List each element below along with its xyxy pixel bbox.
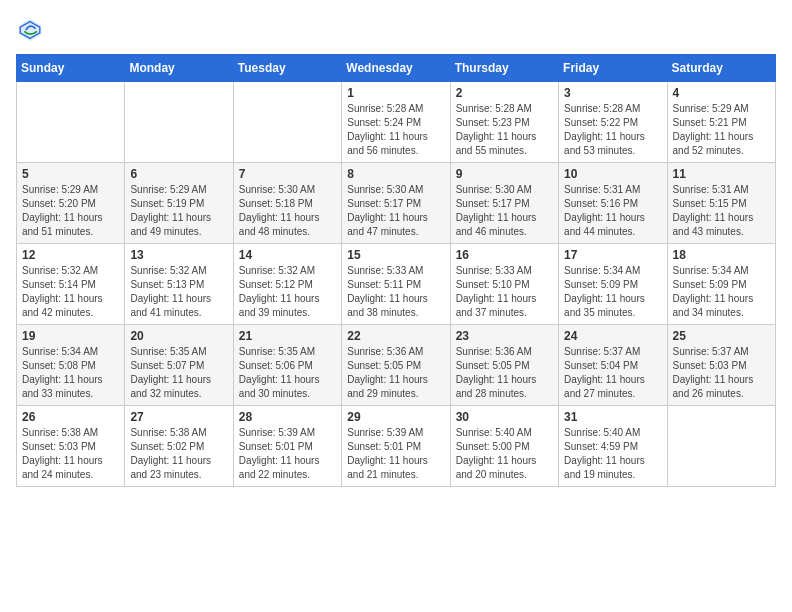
day-number: 8 <box>347 167 444 181</box>
calendar-day-cell: 14Sunrise: 5:32 AM Sunset: 5:12 PM Dayli… <box>233 244 341 325</box>
calendar-day-cell: 8Sunrise: 5:30 AM Sunset: 5:17 PM Daylig… <box>342 163 450 244</box>
calendar-day-cell: 26Sunrise: 5:38 AM Sunset: 5:03 PM Dayli… <box>17 406 125 487</box>
calendar-day-cell: 1Sunrise: 5:28 AM Sunset: 5:24 PM Daylig… <box>342 82 450 163</box>
day-info: Sunrise: 5:33 AM Sunset: 5:11 PM Dayligh… <box>347 264 444 320</box>
calendar-day-cell: 4Sunrise: 5:29 AM Sunset: 5:21 PM Daylig… <box>667 82 775 163</box>
day-info: Sunrise: 5:40 AM Sunset: 5:00 PM Dayligh… <box>456 426 553 482</box>
weekday-header-thursday: Thursday <box>450 55 558 82</box>
calendar-day-cell: 11Sunrise: 5:31 AM Sunset: 5:15 PM Dayli… <box>667 163 775 244</box>
day-number: 6 <box>130 167 227 181</box>
day-number: 7 <box>239 167 336 181</box>
day-info: Sunrise: 5:34 AM Sunset: 5:09 PM Dayligh… <box>673 264 770 320</box>
day-number: 20 <box>130 329 227 343</box>
calendar-day-cell: 15Sunrise: 5:33 AM Sunset: 5:11 PM Dayli… <box>342 244 450 325</box>
day-info: Sunrise: 5:40 AM Sunset: 4:59 PM Dayligh… <box>564 426 661 482</box>
calendar-day-cell: 24Sunrise: 5:37 AM Sunset: 5:04 PM Dayli… <box>559 325 667 406</box>
calendar-day-cell: 16Sunrise: 5:33 AM Sunset: 5:10 PM Dayli… <box>450 244 558 325</box>
logo-icon <box>16 16 44 44</box>
calendar-day-cell <box>667 406 775 487</box>
day-info: Sunrise: 5:28 AM Sunset: 5:24 PM Dayligh… <box>347 102 444 158</box>
calendar-day-cell <box>125 82 233 163</box>
day-number: 12 <box>22 248 119 262</box>
calendar-day-cell: 19Sunrise: 5:34 AM Sunset: 5:08 PM Dayli… <box>17 325 125 406</box>
day-number: 28 <box>239 410 336 424</box>
weekday-header-tuesday: Tuesday <box>233 55 341 82</box>
calendar-day-cell: 13Sunrise: 5:32 AM Sunset: 5:13 PM Dayli… <box>125 244 233 325</box>
day-info: Sunrise: 5:30 AM Sunset: 5:18 PM Dayligh… <box>239 183 336 239</box>
day-number: 30 <box>456 410 553 424</box>
day-number: 27 <box>130 410 227 424</box>
day-number: 14 <box>239 248 336 262</box>
calendar-day-cell: 30Sunrise: 5:40 AM Sunset: 5:00 PM Dayli… <box>450 406 558 487</box>
day-info: Sunrise: 5:29 AM Sunset: 5:20 PM Dayligh… <box>22 183 119 239</box>
calendar-day-cell: 18Sunrise: 5:34 AM Sunset: 5:09 PM Dayli… <box>667 244 775 325</box>
weekday-header-friday: Friday <box>559 55 667 82</box>
day-info: Sunrise: 5:38 AM Sunset: 5:03 PM Dayligh… <box>22 426 119 482</box>
day-info: Sunrise: 5:35 AM Sunset: 5:07 PM Dayligh… <box>130 345 227 401</box>
weekday-header-wednesday: Wednesday <box>342 55 450 82</box>
day-info: Sunrise: 5:29 AM Sunset: 5:19 PM Dayligh… <box>130 183 227 239</box>
day-number: 11 <box>673 167 770 181</box>
calendar-week-row: 12Sunrise: 5:32 AM Sunset: 5:14 PM Dayli… <box>17 244 776 325</box>
day-number: 1 <box>347 86 444 100</box>
calendar-day-cell: 10Sunrise: 5:31 AM Sunset: 5:16 PM Dayli… <box>559 163 667 244</box>
day-number: 29 <box>347 410 444 424</box>
day-number: 10 <box>564 167 661 181</box>
calendar-day-cell: 23Sunrise: 5:36 AM Sunset: 5:05 PM Dayli… <box>450 325 558 406</box>
calendar-table: SundayMondayTuesdayWednesdayThursdayFrid… <box>16 54 776 487</box>
calendar-day-cell: 2Sunrise: 5:28 AM Sunset: 5:23 PM Daylig… <box>450 82 558 163</box>
day-info: Sunrise: 5:30 AM Sunset: 5:17 PM Dayligh… <box>347 183 444 239</box>
calendar-week-row: 5Sunrise: 5:29 AM Sunset: 5:20 PM Daylig… <box>17 163 776 244</box>
day-number: 19 <box>22 329 119 343</box>
day-info: Sunrise: 5:33 AM Sunset: 5:10 PM Dayligh… <box>456 264 553 320</box>
day-info: Sunrise: 5:30 AM Sunset: 5:17 PM Dayligh… <box>456 183 553 239</box>
calendar-day-cell: 29Sunrise: 5:39 AM Sunset: 5:01 PM Dayli… <box>342 406 450 487</box>
day-number: 3 <box>564 86 661 100</box>
day-number: 21 <box>239 329 336 343</box>
day-number: 17 <box>564 248 661 262</box>
calendar-day-cell <box>17 82 125 163</box>
calendar-week-row: 1Sunrise: 5:28 AM Sunset: 5:24 PM Daylig… <box>17 82 776 163</box>
day-info: Sunrise: 5:38 AM Sunset: 5:02 PM Dayligh… <box>130 426 227 482</box>
day-info: Sunrise: 5:31 AM Sunset: 5:16 PM Dayligh… <box>564 183 661 239</box>
calendar-header-row: SundayMondayTuesdayWednesdayThursdayFrid… <box>17 55 776 82</box>
day-info: Sunrise: 5:35 AM Sunset: 5:06 PM Dayligh… <box>239 345 336 401</box>
day-number: 23 <box>456 329 553 343</box>
day-number: 31 <box>564 410 661 424</box>
calendar-day-cell: 7Sunrise: 5:30 AM Sunset: 5:18 PM Daylig… <box>233 163 341 244</box>
day-number: 13 <box>130 248 227 262</box>
day-info: Sunrise: 5:28 AM Sunset: 5:23 PM Dayligh… <box>456 102 553 158</box>
calendar-day-cell: 27Sunrise: 5:38 AM Sunset: 5:02 PM Dayli… <box>125 406 233 487</box>
day-number: 18 <box>673 248 770 262</box>
day-number: 5 <box>22 167 119 181</box>
day-info: Sunrise: 5:37 AM Sunset: 5:04 PM Dayligh… <box>564 345 661 401</box>
day-number: 26 <box>22 410 119 424</box>
day-number: 16 <box>456 248 553 262</box>
day-number: 9 <box>456 167 553 181</box>
page-header <box>16 16 776 44</box>
weekday-header-saturday: Saturday <box>667 55 775 82</box>
day-number: 22 <box>347 329 444 343</box>
calendar-day-cell: 17Sunrise: 5:34 AM Sunset: 5:09 PM Dayli… <box>559 244 667 325</box>
calendar-day-cell: 28Sunrise: 5:39 AM Sunset: 5:01 PM Dayli… <box>233 406 341 487</box>
day-number: 4 <box>673 86 770 100</box>
logo <box>16 16 46 44</box>
day-info: Sunrise: 5:39 AM Sunset: 5:01 PM Dayligh… <box>347 426 444 482</box>
calendar-day-cell: 21Sunrise: 5:35 AM Sunset: 5:06 PM Dayli… <box>233 325 341 406</box>
day-info: Sunrise: 5:29 AM Sunset: 5:21 PM Dayligh… <box>673 102 770 158</box>
day-number: 2 <box>456 86 553 100</box>
day-info: Sunrise: 5:32 AM Sunset: 5:12 PM Dayligh… <box>239 264 336 320</box>
day-info: Sunrise: 5:34 AM Sunset: 5:08 PM Dayligh… <box>22 345 119 401</box>
calendar-day-cell: 25Sunrise: 5:37 AM Sunset: 5:03 PM Dayli… <box>667 325 775 406</box>
day-info: Sunrise: 5:34 AM Sunset: 5:09 PM Dayligh… <box>564 264 661 320</box>
day-number: 25 <box>673 329 770 343</box>
calendar-day-cell: 6Sunrise: 5:29 AM Sunset: 5:19 PM Daylig… <box>125 163 233 244</box>
day-info: Sunrise: 5:32 AM Sunset: 5:14 PM Dayligh… <box>22 264 119 320</box>
calendar-day-cell: 31Sunrise: 5:40 AM Sunset: 4:59 PM Dayli… <box>559 406 667 487</box>
day-info: Sunrise: 5:36 AM Sunset: 5:05 PM Dayligh… <box>456 345 553 401</box>
day-info: Sunrise: 5:36 AM Sunset: 5:05 PM Dayligh… <box>347 345 444 401</box>
calendar-day-cell: 12Sunrise: 5:32 AM Sunset: 5:14 PM Dayli… <box>17 244 125 325</box>
calendar-day-cell <box>233 82 341 163</box>
day-number: 24 <box>564 329 661 343</box>
calendar-day-cell: 9Sunrise: 5:30 AM Sunset: 5:17 PM Daylig… <box>450 163 558 244</box>
